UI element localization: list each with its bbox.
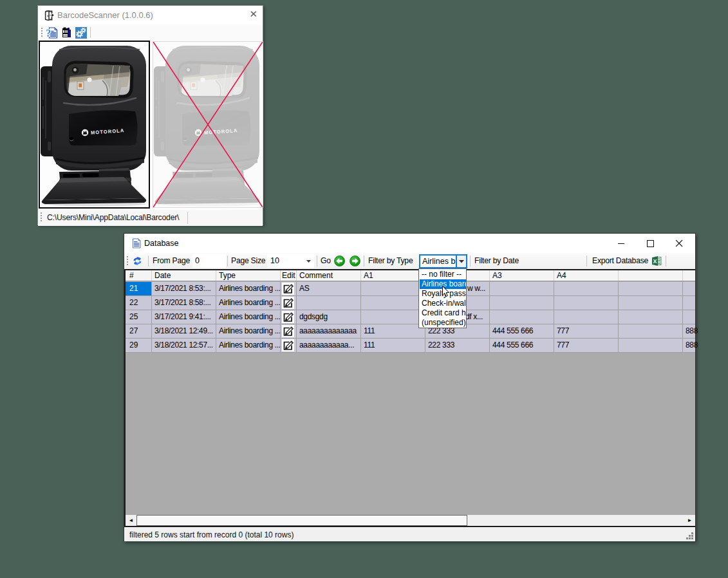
- svg-text:X: X: [653, 258, 657, 265]
- svg-text:?: ?: [46, 28, 51, 39]
